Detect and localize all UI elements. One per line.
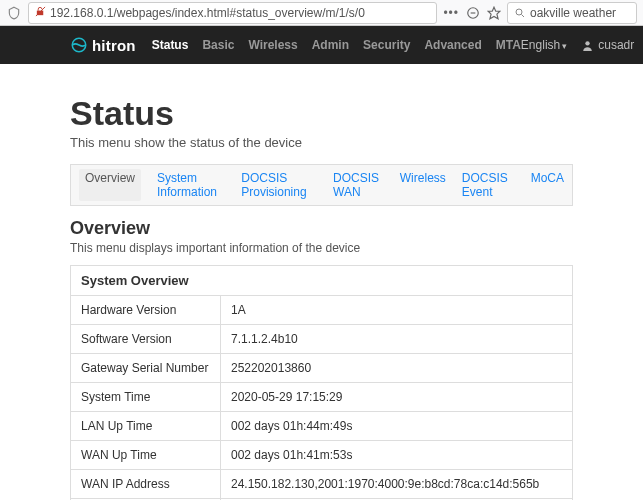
tab-docsis-provisioning[interactable]: DOCSIS Provisioning (241, 171, 317, 199)
brand[interactable]: hitron (70, 36, 136, 54)
row-label: Software Version (71, 325, 221, 354)
tab-overview[interactable]: Overview (79, 169, 141, 201)
search-text: oakville weather (530, 6, 616, 20)
tab-docsis-wan[interactable]: DOCSIS WAN (333, 171, 384, 199)
topnav: hitron StatusBasicWirelessAdminSecurityA… (0, 26, 643, 64)
topnav-item-mta[interactable]: MTA (496, 38, 521, 52)
language-selector[interactable]: English▾ (521, 38, 567, 52)
table-row: Software Version7.1.1.2.4b10 (71, 325, 573, 354)
row-value: 1A (221, 296, 573, 325)
table-row: WAN IP Address24.150.182.130,2001:1970:4… (71, 470, 573, 499)
table-row: WAN Up Time002 days 01h:41m:53s (71, 441, 573, 470)
topnav-item-advanced[interactable]: Advanced (424, 38, 481, 52)
search-icon (514, 7, 526, 19)
system-overview-header: System Overview (71, 266, 573, 296)
page-content: Status This menu show the status of the … (0, 64, 643, 500)
svg-line-4 (522, 14, 525, 17)
row-value: 7.1.1.2.4b10 (221, 325, 573, 354)
page-subtitle: This menu show the status of the device (70, 135, 573, 150)
row-value: 24.150.182.130,2001:1970:4000:9e:b8cd:78… (221, 470, 573, 499)
row-label: System Time (71, 383, 221, 412)
user-label: cusadr (598, 38, 634, 52)
page-title: Status (70, 94, 573, 133)
row-value: 252202013860 (221, 354, 573, 383)
row-value: 2020-05-29 17:15:29 (221, 383, 573, 412)
url-bar[interactable]: 192.168.0.1/webpages/index.html#status_o… (28, 2, 437, 24)
reader-icon[interactable] (465, 5, 481, 21)
user-icon (581, 39, 594, 52)
topnav-item-admin[interactable]: Admin (312, 38, 349, 52)
chevron-down-icon: ▾ (562, 41, 567, 51)
table-row: System Time2020-05-29 17:15:29 (71, 383, 573, 412)
topnav-item-wireless[interactable]: Wireless (248, 38, 297, 52)
row-label: WAN Up Time (71, 441, 221, 470)
svg-point-6 (586, 41, 590, 45)
search-bar[interactable]: oakville weather (507, 2, 637, 24)
row-label: Hardware Version (71, 296, 221, 325)
table-row: LAN Up Time002 days 01h:44m:49s (71, 412, 573, 441)
topnav-item-status[interactable]: Status (152, 38, 189, 52)
brand-logo-icon (70, 36, 88, 54)
table-row: Hardware Version1A (71, 296, 573, 325)
row-value: 002 days 01h:41m:53s (221, 441, 573, 470)
tab-moca[interactable]: MoCA (531, 171, 564, 199)
topnav-item-basic[interactable]: Basic (202, 38, 234, 52)
tab-docsis-event[interactable]: DOCSIS Event (462, 171, 515, 199)
browser-chrome: 192.168.0.1/webpages/index.html#status_o… (0, 0, 643, 26)
tab-system-information[interactable]: System Information (157, 171, 225, 199)
row-value: 002 days 01h:44m:49s (221, 412, 573, 441)
url-text: 192.168.0.1/webpages/index.html#status_o… (50, 6, 365, 20)
row-label: LAN Up Time (71, 412, 221, 441)
svg-point-3 (516, 9, 522, 15)
not-secure-icon (35, 6, 46, 19)
language-label: English (521, 38, 560, 52)
page-actions-icon[interactable]: ••• (443, 6, 459, 20)
bookmark-star-icon[interactable] (487, 6, 501, 20)
row-label: Gateway Serial Number (71, 354, 221, 383)
shield-icon[interactable] (6, 5, 22, 21)
tab-wireless[interactable]: Wireless (400, 171, 446, 199)
brand-text: hitron (92, 37, 136, 54)
topnav-item-security[interactable]: Security (363, 38, 410, 52)
system-overview-table: System Overview Hardware Version1ASoftwa… (70, 265, 573, 500)
overview-title: Overview (70, 218, 573, 239)
overview-subtitle: This menu displays important information… (70, 241, 573, 255)
user-menu[interactable]: cusadr (581, 38, 634, 52)
svg-marker-2 (488, 7, 500, 19)
tab-strip: OverviewSystem InformationDOCSIS Provisi… (70, 164, 573, 206)
table-row: Gateway Serial Number252202013860 (71, 354, 573, 383)
row-label: WAN IP Address (71, 470, 221, 499)
